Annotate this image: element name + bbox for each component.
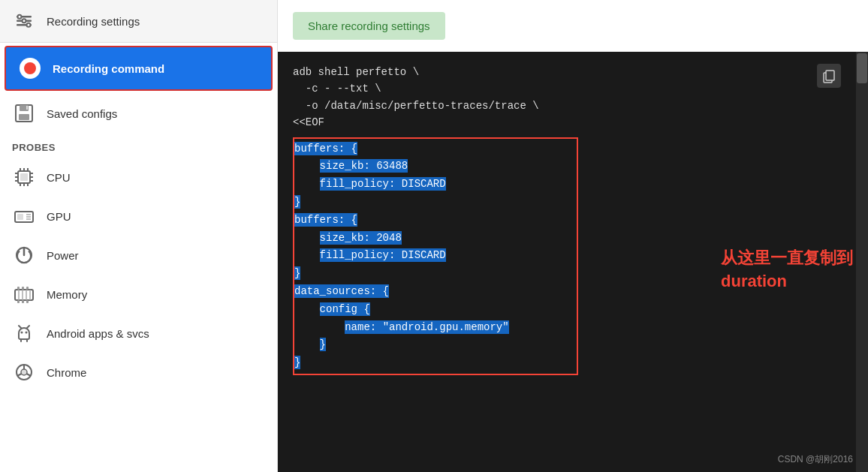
- hl-line-7: fill_policy: DISCARD: [294, 247, 577, 265]
- hl-line-12: }: [294, 336, 577, 354]
- svg-rect-39: [22, 287, 24, 290]
- probes-heading: Probes: [0, 133, 277, 158]
- power-label: Power: [47, 249, 79, 262]
- cpu-label: CPU: [47, 171, 71, 184]
- terminal-area: adb shell perfetto \ -c - --txt \ -o /da…: [278, 52, 868, 472]
- android-icon: [12, 321, 36, 345]
- sidebar: Recording settings Recording command Sav…: [0, 0, 278, 472]
- watermark: CSDN @胡刚2016: [778, 453, 853, 466]
- svg-point-3: [18, 15, 22, 19]
- svg-rect-42: [22, 300, 24, 303]
- svg-rect-38: [17, 287, 20, 290]
- svg-rect-40: [26, 287, 29, 290]
- sidebar-item-saved-configs[interactable]: Saved configs: [0, 94, 277, 133]
- share-recording-button[interactable]: Share recording settings: [293, 12, 445, 40]
- svg-rect-27: [17, 214, 23, 220]
- top-bar: Share recording settings: [278, 0, 868, 52]
- svg-point-51: [21, 369, 27, 375]
- hl-line-6: size_kb: 2048: [294, 230, 577, 248]
- chrome-label: Chrome: [47, 366, 86, 379]
- hl-line-13: }: [294, 354, 577, 372]
- svg-rect-43: [26, 300, 29, 303]
- hl-line-11: name: "android.gpu.memory": [294, 319, 577, 337]
- svg-line-54: [17, 374, 22, 376]
- settings-icon: [12, 9, 36, 33]
- hl-line-9: data_sources: {: [294, 283, 577, 301]
- saved-configs-label: Saved configs: [47, 107, 117, 120]
- cpu-icon: [12, 165, 36, 189]
- hl-line-5: buffers: {: [294, 212, 577, 230]
- svg-line-46: [19, 326, 21, 328]
- save-icon: [12, 101, 36, 125]
- sidebar-item-recording-command[interactable]: Recording command: [5, 46, 273, 91]
- hl-line-10: config {: [294, 301, 577, 319]
- hl-line-4: }: [294, 194, 577, 212]
- android-label: Android apps & svcs: [47, 327, 149, 340]
- highlighted-block: buffers: { size_kb: 63488 fill_policy: D…: [293, 137, 578, 375]
- terminal-inner: adb shell perfetto \ -c - --txt \ -o /da…: [278, 52, 868, 472]
- sidebar-item-power[interactable]: Power: [0, 236, 277, 275]
- scrollbar[interactable]: [856, 52, 868, 472]
- main-content: Share recording settings adb shell perfe…: [278, 0, 868, 472]
- svg-line-53: [27, 374, 32, 376]
- svg-point-45: [26, 332, 28, 334]
- svg-point-4: [23, 19, 26, 23]
- svg-rect-11: [26, 106, 28, 110]
- sidebar-item-gpu[interactable]: GPU: [0, 197, 277, 236]
- svg-rect-41: [17, 300, 20, 303]
- svg-rect-56: [826, 71, 834, 80]
- svg-point-5: [27, 23, 31, 27]
- sidebar-item-android[interactable]: Android apps & svcs: [0, 314, 277, 353]
- chrome-icon: [12, 360, 36, 384]
- svg-point-44: [21, 332, 23, 334]
- scrollbar-thumb: [857, 53, 867, 83]
- gpu-label: GPU: [47, 210, 71, 223]
- annotation-line2: duration: [721, 272, 787, 290]
- record-icon: [18, 56, 42, 80]
- settings-label: Recording settings: [47, 15, 140, 28]
- hl-line-1: buffers: {: [294, 140, 577, 158]
- hl-line-8: }: [294, 265, 577, 283]
- terminal-line-1: adb shell perfetto \: [293, 64, 853, 80]
- gpu-icon: [12, 204, 36, 228]
- annotation-line1: 从这里一直复制到: [721, 248, 853, 267]
- power-icon: [12, 243, 36, 267]
- terminal-line-3: -o /data/misc/perfetto-traces/trace \: [293, 98, 853, 114]
- annotation-text: 从这里一直复制到 duration: [721, 247, 853, 293]
- sidebar-item-cpu[interactable]: CPU: [0, 158, 277, 197]
- svg-line-47: [27, 326, 29, 328]
- svg-point-7: [24, 62, 36, 74]
- terminal-line-4: <<EOF: [293, 114, 853, 131]
- svg-rect-10: [19, 114, 29, 120]
- svg-rect-13: [20, 173, 28, 181]
- terminal-line-2: -c - --txt \: [293, 80, 853, 97]
- sidebar-item-recording-settings[interactable]: Recording settings: [0, 0, 277, 43]
- hl-line-2: size_kb: 63488: [294, 158, 577, 176]
- memory-label: Memory: [47, 288, 87, 301]
- hl-line-3: fill_policy: DISCARD: [294, 176, 577, 194]
- memory-icon: [12, 282, 36, 306]
- copy-button[interactable]: [817, 64, 841, 88]
- recording-command-label: Recording command: [53, 62, 164, 75]
- sidebar-item-memory[interactable]: Memory: [0, 275, 277, 314]
- sidebar-item-chrome[interactable]: Chrome: [0, 353, 277, 392]
